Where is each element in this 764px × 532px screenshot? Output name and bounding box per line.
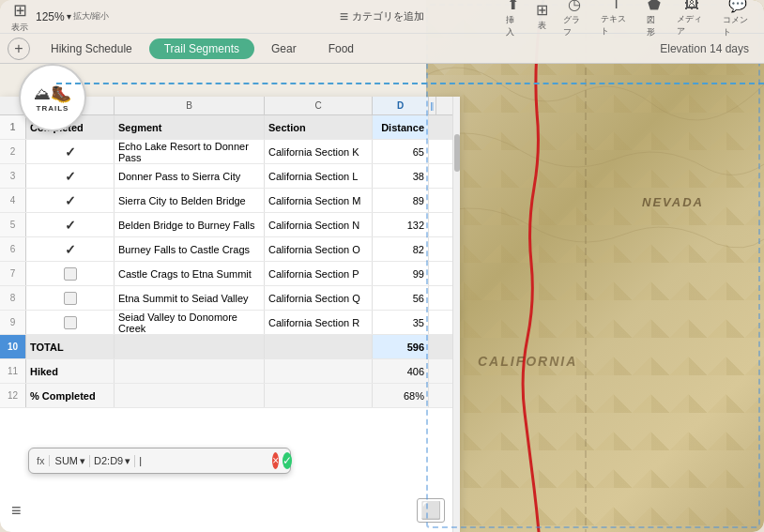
- cell-distance-3[interactable]: 38: [373, 164, 429, 188]
- cell-segment-2[interactable]: Echo Lake Resort to Donner Pass: [115, 140, 265, 163]
- row-num-5: 5: [0, 213, 26, 236]
- formula-cancel-button[interactable]: ×: [272, 452, 279, 469]
- cell-segment-8[interactable]: Etna Summit to Seiad Valley: [115, 286, 265, 310]
- total-label-col-a: TOTAL: [26, 335, 115, 358]
- total-col-c: [265, 335, 373, 358]
- media-button[interactable]: 🖼 メディア: [677, 0, 707, 38]
- hiked-row: 11 Hiked 406: [0, 359, 460, 384]
- toolbar-center: ≡ カテゴリを追加: [258, 8, 505, 25]
- cell-completed-6[interactable]: ✓: [26, 237, 115, 261]
- chart-button[interactable]: ◷ グラフ: [563, 0, 586, 38]
- formula-range[interactable]: D2:D9 ▾: [94, 455, 135, 467]
- formula-confirm-button[interactable]: ✓: [283, 452, 292, 469]
- checkbox-empty: [64, 292, 77, 305]
- cell-section-7[interactable]: California Section P: [265, 262, 373, 285]
- cell-section-6[interactable]: California Section O: [265, 237, 373, 261]
- table-row[interactable]: 4 ✓ Sierra City to Belden Bridge Califor…: [0, 189, 460, 213]
- cell-completed-3[interactable]: ✓: [26, 164, 115, 188]
- elevation-tab[interactable]: Elevation 14 days: [652, 38, 756, 59]
- cell-completed-5[interactable]: ✓: [26, 213, 115, 236]
- expand-icon: ⬜: [417, 498, 445, 523]
- scroll-handle[interactable]: [454, 134, 460, 172]
- cell-segment-5[interactable]: Belden Bridge to Burney Falls: [115, 213, 265, 236]
- tab-trail-segments[interactable]: Trail Segments: [149, 38, 254, 59]
- checkmark: ✓: [65, 242, 76, 257]
- add-sheet-button[interactable]: +: [8, 38, 30, 60]
- tab-food[interactable]: Food: [313, 38, 369, 59]
- cell-completed-4[interactable]: ✓: [26, 189, 115, 212]
- cell-segment-9[interactable]: Seiad Valley to Donomore Creek: [115, 311, 265, 334]
- add-category-button[interactable]: ≡ カテゴリを追加: [340, 8, 424, 25]
- hiked-value: 406: [373, 359, 429, 383]
- zoom-control[interactable]: 125% ▾ 拡大/縮小: [36, 10, 109, 23]
- scroll-indicator[interactable]: [452, 97, 460, 532]
- checkbox-empty: [64, 267, 77, 281]
- total-col-b: [115, 335, 265, 358]
- formula-input[interactable]: [139, 455, 268, 466]
- data-rows-container: 2 ✓ Echo Lake Resort to Donner Pass Cali…: [0, 140, 460, 335]
- row-num-total: 10: [0, 335, 26, 358]
- cell-segment-4[interactable]: Sierra City to Belden Bridge: [115, 189, 265, 212]
- logo-circle: ⛰🥾 TRAILS: [19, 64, 86, 131]
- pct-col-c: [265, 384, 373, 407]
- text-button[interactable]: T テキスト: [601, 0, 631, 38]
- shape-button[interactable]: ⬟ 図形: [647, 0, 662, 38]
- col-d-header[interactable]: D: [373, 97, 429, 114]
- row-num-2: 2: [0, 140, 26, 163]
- comment-icon: 💬: [728, 0, 747, 13]
- cell-distance-9[interactable]: 35: [373, 311, 429, 334]
- row-num-hiked: 11: [0, 359, 26, 383]
- checkmark: ✓: [65, 218, 76, 233]
- cell-distance-6[interactable]: 82: [373, 237, 429, 261]
- chart-icon: ◷: [568, 0, 581, 13]
- cell-section-8[interactable]: California Section Q: [265, 286, 373, 310]
- cell-completed-8[interactable]: [26, 286, 115, 310]
- table-row[interactable]: 7 Castle Crags to Etna Summit California…: [0, 262, 460, 286]
- row-num-7: 7: [0, 262, 26, 285]
- row-num-3: 3: [0, 164, 26, 188]
- table-row[interactable]: 6 ✓ Burney Falls to Castle Crags Califor…: [0, 237, 460, 262]
- cell-completed-9[interactable]: [26, 311, 115, 334]
- checkbox-empty: [64, 316, 77, 329]
- cell-distance-2[interactable]: 65: [373, 140, 429, 163]
- row-num-9: 9: [0, 311, 26, 334]
- cell-section-5[interactable]: California Section N: [265, 213, 373, 236]
- table-icon: ⊞: [536, 1, 548, 19]
- cell-segment-7[interactable]: Castle Crags to Etna Summit: [115, 262, 265, 285]
- table-row[interactable]: 3 ✓ Donner Pass to Sierra City Californi…: [0, 164, 460, 189]
- comment-button[interactable]: 💬 コメント: [723, 0, 753, 38]
- table-row[interactable]: 2 ✓ Echo Lake Resort to Donner Pass Cali…: [0, 140, 460, 164]
- col-d-resize[interactable]: ‖: [429, 97, 436, 114]
- hiked-label: Hiked: [26, 359, 115, 383]
- cell-completed-2[interactable]: ✓: [26, 140, 115, 163]
- table-row[interactable]: 8 Etna Summit to Seiad Valley California…: [0, 286, 460, 311]
- cell-section-2[interactable]: California Section K: [265, 140, 373, 163]
- cell-section-9[interactable]: California Section R: [265, 311, 373, 334]
- cell-distance-8[interactable]: 56: [373, 286, 429, 310]
- cell-distance-4[interactable]: 89: [373, 189, 429, 212]
- cell-segment-6[interactable]: Burney Falls to Castle Crags: [115, 237, 265, 261]
- cell-distance-5[interactable]: 132: [373, 213, 429, 236]
- bottom-expand-icon[interactable]: ⬜: [417, 500, 445, 521]
- cell-segment-3[interactable]: Donner Pass to Sierra City: [115, 164, 265, 188]
- tab-gear[interactable]: Gear: [256, 38, 312, 59]
- table-row[interactable]: 5 ✓ Belden Bridge to Burney Falls Califo…: [0, 213, 460, 237]
- tab-hiking-schedule[interactable]: Hiking Schedule: [36, 38, 147, 59]
- insert-button[interactable]: ⬆ 挿入: [506, 0, 521, 38]
- cell-section-3[interactable]: California Section L: [265, 164, 373, 188]
- table-row[interactable]: 9 Seiad Valley to Donomore Creek Califor…: [0, 311, 460, 335]
- tab-bar: + Hiking Schedule Trail Segments Gear Fo…: [0, 34, 764, 63]
- formula-func[interactable]: SUM ▾: [55, 455, 90, 467]
- cell-section-4[interactable]: California Section M: [265, 189, 373, 212]
- formula-bar: fx SUM ▾ D2:D9 ▾ × ✓: [28, 448, 291, 474]
- cell-distance-7[interactable]: 99: [373, 262, 429, 285]
- bottom-menu-icon[interactable]: ≡: [11, 501, 22, 521]
- app-window: NEVADA CALIFORNIA ⊞ 表示 125% ▾ 拡大/縮小 ≡: [0, 0, 764, 532]
- pct-row: 12 % Completed 68%: [0, 384, 460, 408]
- cell-completed-7[interactable]: [26, 262, 115, 285]
- row-num-6: 6: [0, 237, 26, 261]
- view-button[interactable]: ⊞ 表示: [11, 0, 28, 34]
- table-button[interactable]: ⊞ 表: [536, 1, 548, 32]
- row-num-4: 4: [0, 189, 26, 212]
- col-b-header: B: [115, 97, 265, 114]
